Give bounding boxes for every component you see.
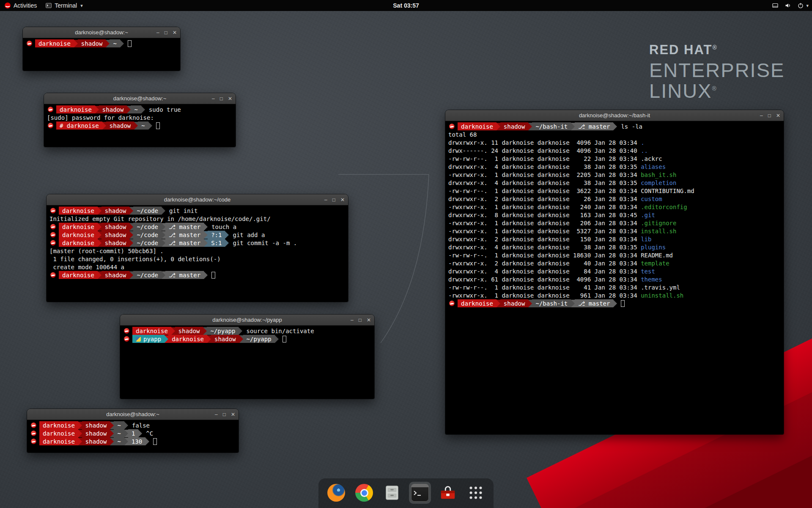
prompt-segment-host: shadow	[78, 39, 106, 47]
output-text: 1 file changed, 0 insertions(+), 0 delet…	[49, 256, 221, 262]
prompt-segment-path: ~	[114, 429, 124, 437]
dock-terminal[interactable]	[409, 482, 431, 504]
powerline-arrow-icon	[78, 438, 82, 445]
output-text-exec: .gitignore	[641, 220, 676, 226]
terminal-prompt-line: darknoiseshadow~/pyappsource bin/activat…	[123, 327, 371, 335]
powerline-arrow-icon	[497, 300, 500, 307]
command-text: git add a	[229, 232, 265, 238]
output-text: [master (root-commit) 50bcb63] .	[49, 248, 164, 254]
powerline-arrow-icon	[148, 122, 152, 130]
powerline-arrow-icon	[129, 271, 133, 279]
terminal-content[interactable]: darknoiseshadow~/codegit initInitialized…	[47, 205, 348, 302]
close-button[interactable]: ✕	[776, 113, 780, 118]
powerline-arrow-icon	[162, 231, 165, 239]
terminal-cursor	[211, 272, 215, 279]
prompt-segment-path: ~/code	[133, 231, 162, 239]
dock-app-grid[interactable]	[465, 482, 487, 504]
terminal-content[interactable]: darknoiseshadow~sudo true[sudo] password…	[44, 104, 236, 147]
close-button[interactable]: ✕	[231, 412, 235, 417]
redhat-prompt-icon	[48, 123, 53, 128]
terminal-cursor	[283, 336, 286, 342]
terminal-window-code[interactable]: darknoise@shadow:~/code–□✕darknoiseshado…	[47, 194, 348, 302]
window-title: darknoise@shadow:~/pyapp	[212, 317, 282, 323]
dock-chrome[interactable]	[353, 482, 375, 504]
terminal-content[interactable]: darknoiseshadow~falsedarknoiseshadow~1^C…	[27, 420, 239, 453]
window-titlebar[interactable]: darknoise@shadow:~–□✕	[27, 409, 239, 420]
maximize-button[interactable]: □	[768, 113, 771, 118]
maximize-button[interactable]: □	[223, 412, 226, 417]
terminal-content[interactable]: darknoiseshadow~/bash-it⎇ masterls -lato…	[445, 121, 784, 434]
powerline-arrow-icon	[203, 327, 207, 335]
volume-icon[interactable]	[785, 2, 791, 9]
maximize-button[interactable]: □	[220, 96, 223, 101]
minimize-button[interactable]: –	[156, 30, 159, 35]
output-text-dir: themes	[641, 276, 662, 283]
prompt-segment-git: ⎇ master	[165, 239, 204, 247]
window-titlebar[interactable]: darknoise@shadow:~/code–□✕	[47, 194, 348, 205]
powerline-arrow-icon	[171, 327, 175, 335]
maximize-button[interactable]: □	[359, 318, 362, 323]
terminal-output-line: total 68	[448, 130, 781, 138]
output-text: -rwxrwxr-x. 2 darknoise darknoise 40 Jan…	[448, 260, 641, 267]
terminal-content[interactable]: darknoiseshadow~/pyappsource bin/activat…	[120, 326, 374, 399]
window-titlebar[interactable]: darknoise@shadow:~–□✕	[44, 93, 236, 104]
minimize-button[interactable]: –	[351, 318, 354, 323]
prompt-segment-path: ~/pyapp	[243, 335, 275, 343]
minimize-button[interactable]: –	[215, 412, 218, 417]
dock-files[interactable]	[381, 482, 403, 504]
powerline-arrow-icon	[145, 438, 149, 445]
dock-toolbox[interactable]	[437, 482, 459, 504]
minimize-button[interactable]: –	[212, 96, 215, 101]
terminal-prompt-line: darknoiseshadow~sudo true	[47, 105, 233, 113]
status-tray-icon[interactable]	[772, 2, 779, 9]
terminal-window-home-1[interactable]: darknoise@shadow:~–□✕darknoiseshadow~	[23, 27, 180, 71]
prompt-segment-user: darknoise	[59, 271, 98, 279]
terminal-cursor	[153, 438, 157, 445]
close-button[interactable]: ✕	[340, 197, 345, 202]
terminal-window-sudo[interactable]: darknoise@shadow:~–□✕darknoiseshadow~sud…	[44, 93, 236, 147]
terminal-window-home-2[interactable]: darknoise@shadow:~–□✕darknoiseshadow~fal…	[27, 409, 239, 453]
powerline-arrow-icon	[141, 106, 145, 113]
terminal-output-line: drwxrwxr-x. 4 darknoise darknoise 38 Jan…	[448, 179, 781, 187]
output-text-dir: .git	[641, 212, 655, 218]
powerline-arrow-icon	[78, 422, 82, 429]
output-text-dir: .	[641, 139, 644, 146]
minimize-button[interactable]: –	[760, 113, 763, 118]
output-text: [sudo] password for darknoise:	[47, 114, 154, 121]
activities-button[interactable]: Activities	[0, 0, 41, 11]
command-text: touch a	[208, 224, 236, 230]
terminal-prompt-line: darknoiseshadow~1^C	[30, 429, 236, 437]
output-text: -rw-rw-r--. 1 darknoise darknoise 41 Jan…	[448, 284, 641, 291]
clock[interactable]: Sat 03:57	[393, 2, 419, 9]
terminal-window-bash-it[interactable]: darknoise@shadow:~/bash-it–□✕darknoisesh…	[445, 110, 784, 434]
close-button[interactable]: ✕	[367, 318, 371, 323]
close-button[interactable]: ✕	[228, 96, 232, 101]
window-titlebar[interactable]: darknoise@shadow:~/pyapp–□✕	[120, 315, 374, 326]
prompt-segment-git: ⎇ master	[165, 271, 204, 279]
maximize-button[interactable]: □	[165, 30, 167, 35]
powerline-arrow-icon	[613, 123, 617, 130]
output-text: drwxrwxr-x. 4 darknoise darknoise 38 Jan…	[448, 179, 641, 186]
prompt-segment-path: ~	[110, 39, 120, 47]
powerline-arrow-icon	[204, 271, 208, 279]
top-bar: Activities Terminal ▾ Sat 03:57 ▾	[0, 0, 812, 11]
powerline-arrow-icon	[110, 438, 114, 445]
terminal-window-pyapp[interactable]: darknoise@shadow:~/pyapp–□✕darknoiseshad…	[120, 315, 374, 399]
terminal-output-line: -rwxrwxr-x. 1 darknoise darknoise 5327 J…	[448, 227, 781, 235]
output-text: README.md	[641, 252, 673, 259]
app-menu-terminal[interactable]: Terminal ▾	[41, 0, 87, 11]
powerline-arrow-icon	[78, 430, 82, 437]
output-text: -rwxrwxr-x. 1 darknoise darknoise 5327 J…	[448, 228, 641, 235]
maximize-button[interactable]: □	[332, 197, 335, 202]
minimize-button[interactable]: –	[324, 197, 327, 202]
system-menu[interactable]: ▾	[797, 2, 809, 9]
output-text: drwxrwxr-x. 4 darknoise darknoise 38 Jan…	[448, 163, 641, 170]
window-titlebar[interactable]: darknoise@shadow:~/bash-it–□✕	[445, 110, 784, 121]
window-titlebar[interactable]: darknoise@shadow:~–□✕	[23, 27, 180, 38]
redhat-prompt-icon	[31, 422, 36, 428]
redhat-prompt-icon	[31, 431, 36, 436]
terminal-content[interactable]: darknoiseshadow~	[23, 38, 180, 71]
powerline-arrow-icon	[162, 207, 165, 215]
close-button[interactable]: ✕	[173, 30, 177, 35]
dock-firefox[interactable]	[325, 482, 347, 504]
